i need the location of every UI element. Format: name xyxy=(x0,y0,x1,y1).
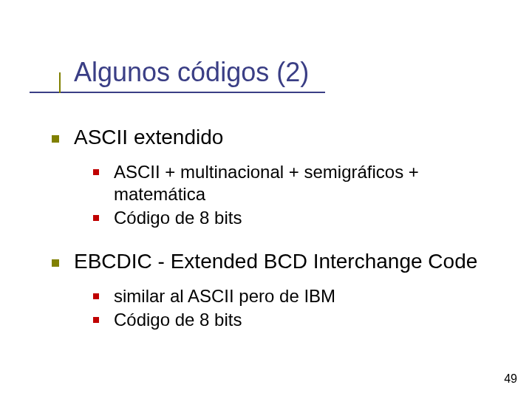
square-bullet-icon xyxy=(93,317,99,323)
section-items: similar al ASCII pero de IBM Código de 8… xyxy=(93,285,502,331)
list-item: Código de 8 bits xyxy=(93,309,502,331)
section-heading-text: EBCDIC - Extended BCD Interchange Code xyxy=(74,250,477,273)
slide-title: Algunos códigos (2) xyxy=(74,58,502,87)
list-item-text: Código de 8 bits xyxy=(114,310,242,330)
list-item-text: similar al ASCII pero de IBM xyxy=(114,286,335,306)
square-bullet-icon xyxy=(93,215,99,221)
slide: Algunos códigos (2) ASCII extendido ASCI… xyxy=(0,0,532,399)
list-item: similar al ASCII pero de IBM xyxy=(93,285,502,307)
slide-body: ASCII extendido ASCII + multinacional + … xyxy=(52,126,502,352)
section-heading: ASCII extendido xyxy=(52,126,502,149)
square-bullet-icon xyxy=(93,293,99,299)
square-bullet-icon xyxy=(52,135,59,143)
title-tick xyxy=(59,72,61,93)
list-item: Código de 8 bits xyxy=(93,207,502,229)
square-bullet-icon xyxy=(93,169,99,175)
section-heading: EBCDIC - Extended BCD Interchange Code xyxy=(52,250,502,273)
list-item-text: Código de 8 bits xyxy=(114,208,242,228)
title-underline xyxy=(30,92,325,93)
page-number: 49 xyxy=(504,372,517,386)
list-item-text: ASCII + multinacional + semigráficos + m… xyxy=(114,162,419,204)
square-bullet-icon xyxy=(52,259,59,267)
section-items: ASCII + multinacional + semigráficos + m… xyxy=(93,161,502,229)
section-heading-text: ASCII extendido xyxy=(74,126,223,149)
list-item: ASCII + multinacional + semigráficos + m… xyxy=(93,161,502,205)
title-area: Algunos códigos (2) xyxy=(74,58,502,87)
